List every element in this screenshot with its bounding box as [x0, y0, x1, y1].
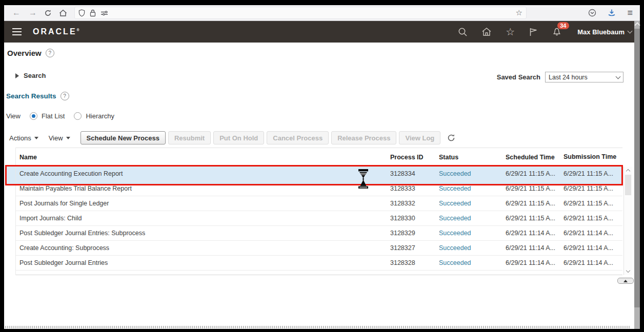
process-name: Post Journals for Single Ledger: [16, 200, 390, 207]
navigator-menu-icon[interactable]: [12, 28, 22, 35]
column-header-name[interactable]: Name: [16, 154, 390, 161]
submission-time: 6/29/21 11:14 A...: [564, 230, 620, 237]
put-on-hold-button[interactable]: Put On Hold: [213, 131, 264, 144]
view-log-button[interactable]: View Log: [399, 131, 440, 144]
cancel-process-button[interactable]: Cancel Process: [267, 131, 329, 144]
browser-back-icon[interactable]: ←: [12, 9, 21, 17]
oracle-logo: ORACLE®: [33, 27, 79, 36]
chevron-down-icon: [66, 137, 70, 139]
browser-home-icon[interactable]: [59, 9, 67, 17]
help-icon[interactable]: ?: [61, 92, 69, 100]
scheduled-time: 6/29/21 11:15 A...: [506, 215, 564, 222]
address-bar[interactable]: ☆: [74, 7, 527, 19]
pocket-icon[interactable]: [588, 9, 596, 17]
refresh-icon[interactable]: [447, 134, 455, 142]
process-name: Import Journals: Child: [16, 215, 390, 222]
scheduled-time: 6/29/21 11:14 A...: [506, 259, 564, 266]
bookmark-star-icon[interactable]: ☆: [516, 8, 522, 17]
process-status-link[interactable]: Warning: [439, 274, 506, 275]
notification-count-badge: 34: [557, 22, 569, 29]
view-label: View: [6, 112, 21, 120]
table-row[interactable]: Import Journals: Child 3128330 Succeeded…: [16, 211, 622, 226]
process-id: 3128330: [390, 215, 439, 222]
search-section-label: Search: [24, 72, 46, 79]
process-name: Create Accounting: Subprocess: [16, 244, 390, 252]
screenshot-frame: ← → ☆ ≡: [0, 0, 644, 332]
home-icon[interactable]: [481, 27, 492, 36]
submission-time: 6/29/21 11:14 A...: [564, 274, 620, 275]
resubmit-button[interactable]: Resubmit: [168, 131, 211, 144]
table-row[interactable]: Maintain Payables Trial Balance Report 3…: [16, 181, 622, 196]
browser-toolbar: ← → ☆ ≡: [4, 5, 640, 21]
table-row[interactable]: Post Subledger Journal Entries 3128328 S…: [16, 256, 622, 271]
submission-time: 6/29/21 11:15 A...: [564, 215, 620, 222]
process-status-link[interactable]: Succeeded: [439, 215, 506, 222]
table-header: Name Process ID Status Scheduled Time Su…: [16, 148, 622, 167]
browser-menu-icon[interactable]: ≡: [627, 8, 633, 17]
processes-table: Name Process ID Status Scheduled Time Su…: [15, 148, 622, 275]
table-row[interactable]: Post Journals for Single Ledger 3128332 …: [16, 196, 622, 211]
process-id: 3128329: [390, 230, 439, 237]
radio-flat-list-label: Flat List: [42, 112, 65, 120]
scroll-to-top-button[interactable]: [617, 278, 634, 284]
process-status-link[interactable]: Succeeded: [439, 185, 506, 192]
favorites-star-icon[interactable]: ☆: [506, 27, 515, 37]
process-id: 3128326: [390, 274, 439, 275]
chevron-down-icon: [628, 29, 633, 34]
scheduled-time: 6/29/21 11:14 A...: [506, 230, 564, 237]
help-icon[interactable]: ?: [46, 49, 54, 57]
user-name: Max Bluebaum: [577, 28, 625, 36]
table-row[interactable]: Create Accounting 3128326 Warning 6/29/2…: [16, 271, 622, 275]
submission-time: 6/29/21 11:15 A...: [564, 200, 620, 207]
scrollbar-thumb[interactable]: [625, 175, 631, 195]
browser-reload-icon[interactable]: [44, 9, 52, 17]
saved-search-select[interactable]: Last 24 hours: [545, 72, 623, 82]
table-scrollbar[interactable]: [623, 167, 632, 275]
user-menu[interactable]: Max Bluebaum: [577, 28, 632, 36]
page-scrollbar[interactable]: [634, 21, 640, 329]
table-row[interactable]: Create Accounting Execution Report 31283…: [16, 167, 622, 181]
process-status-link[interactable]: Succeeded: [439, 200, 506, 207]
column-header-scheduled-time[interactable]: Scheduled Time: [506, 154, 564, 161]
page-scrollbar-thumb[interactable]: [634, 29, 640, 307]
expand-arrow-icon: [15, 73, 19, 78]
submission-time: 6/29/21 11:15 A...: [564, 185, 620, 192]
search-expander[interactable]: Search: [15, 72, 46, 79]
table-row[interactable]: Create Accounting: Subprocess 3128327 Su…: [16, 241, 622, 256]
column-header-process-id[interactable]: Process ID: [390, 154, 439, 161]
schedule-new-process-button[interactable]: Schedule New Process: [80, 131, 166, 144]
scheduled-time: 6/29/21 11:14 A...: [506, 274, 564, 275]
radio-flat-list[interactable]: [30, 112, 37, 120]
scroll-up-icon[interactable]: [634, 22, 640, 28]
process-status-link[interactable]: Succeeded: [439, 244, 506, 252]
scheduled-time: 6/29/21 11:15 A...: [506, 170, 564, 177]
process-status-link[interactable]: Succeeded: [439, 230, 506, 237]
saved-search-value: Last 24 hours: [549, 74, 588, 81]
actions-menu[interactable]: Actions: [9, 134, 38, 142]
lock-icon[interactable]: [90, 9, 96, 17]
chevron-down-icon: [34, 137, 38, 139]
scroll-down-icon[interactable]: [626, 268, 630, 273]
process-name: Post Subledger Journal Entries: Subproce…: [16, 230, 390, 237]
radio-hierarchy[interactable]: [74, 112, 82, 120]
process-id: 3128327: [390, 244, 439, 252]
search-icon[interactable]: [458, 27, 468, 37]
scroll-up-icon[interactable]: [626, 169, 630, 173]
process-status-link[interactable]: Succeeded: [439, 170, 506, 177]
column-header-status[interactable]: Status: [439, 154, 506, 161]
permissions-icon[interactable]: [100, 10, 108, 16]
table-toolbar: Actions View Schedule New Process Resubm…: [9, 131, 455, 144]
release-process-button[interactable]: Release Process: [331, 131, 396, 144]
process-status-link[interactable]: Succeeded: [439, 259, 506, 266]
process-name: Post Subledger Journal Entries: [16, 259, 390, 266]
browser-forward-icon[interactable]: →: [29, 9, 37, 17]
download-icon[interactable]: [608, 9, 616, 17]
table-row[interactable]: Post Subledger Journal Entries: Subproce…: [16, 226, 622, 241]
column-header-submission-time[interactable]: Submission Time: [564, 153, 620, 161]
tracking-shield-icon[interactable]: [78, 9, 85, 17]
view-menu[interactable]: View: [49, 134, 70, 142]
app-header: ORACLE® ☆ 34 Max Bluebaum: [4, 21, 640, 43]
watchlist-flag-icon[interactable]: [529, 27, 538, 37]
notifications-bell-icon[interactable]: 34: [552, 27, 562, 37]
scheduled-time: 6/29/21 11:14 A...: [506, 244, 564, 252]
